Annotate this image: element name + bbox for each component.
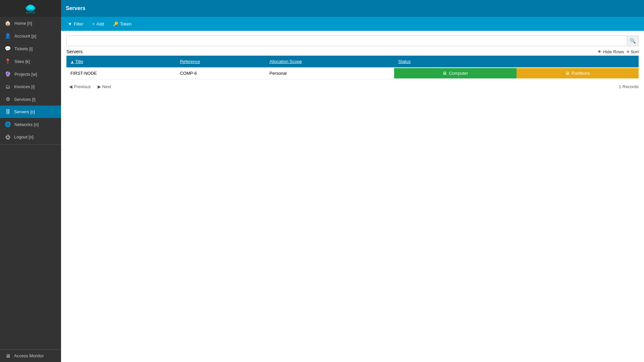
page-title: Servers (66, 5, 86, 11)
token-label: Token (120, 21, 132, 26)
next-button[interactable]: ▶ Next (95, 83, 114, 90)
sidebar-item-tickets[interactable]: 💬 Tickets [i] (0, 42, 61, 55)
sidebar-divider (0, 144, 61, 145)
sidebar: SLAPOS 🏠 Home [h] 👤 Account [p] 💬 Ticket… (0, 0, 61, 362)
logo-area: SLAPOS (0, 0, 61, 17)
filter-label: Filter (74, 21, 84, 26)
sidebar-item-networks[interactable]: 🌐 Networks [n] (0, 118, 61, 131)
col-reference: Reference (176, 56, 265, 67)
token-icon: 🔑 (113, 21, 118, 26)
sidebar-item-servers-label: Servers [c] (14, 109, 35, 114)
sidebar-item-projects[interactable]: 🔮 Projects [w] (0, 68, 61, 80)
token-button[interactable]: 🔑 Token (110, 20, 135, 28)
table-row: FIRST-NODE COMP-6 Personal 🖥 Computer 🖥 … (66, 67, 639, 79)
partitions-icon: 🖥 (565, 71, 570, 76)
col-allocation-scope: Allocation Scope (265, 56, 394, 67)
account-icon: 👤 (5, 33, 11, 39)
cell-allocation-scope: Personal (265, 67, 394, 79)
sort-icon: ≡ (627, 49, 630, 54)
sidebar-item-services-label: Services [l] (14, 97, 36, 102)
table-controls: Servers 👁 Hide Rows ≡ Sort (66, 49, 639, 54)
add-label: Add (96, 21, 104, 26)
sidebar-item-sites-label: Sites [k] (14, 59, 30, 64)
sidebar-item-tickets-label: Tickets [i] (14, 46, 33, 51)
sidebar-item-home[interactable]: 🏠 Home [h] (0, 17, 61, 29)
access-monitor-item[interactable]: 🖥 Access Monitor (0, 349, 61, 362)
sidebar-item-invoices-label: Invoices [i] (14, 84, 35, 89)
tickets-icon: 💬 (5, 46, 11, 52)
sidebar-item-account-label: Account [p] (14, 34, 36, 39)
status-buttons: 🖥 Computer 🖥 Partitions (394, 68, 639, 78)
next-label: Next (102, 84, 111, 89)
table-label: Servers (66, 49, 83, 54)
computer-icon: 🖥 (442, 71, 447, 76)
col-status: Status (394, 56, 639, 67)
monitor-icon: 🖥 (5, 353, 11, 359)
sidebar-item-projects-label: Projects [w] (14, 72, 37, 77)
services-icon: ⚙ (5, 96, 11, 102)
records-count: 1 Records (619, 84, 639, 89)
computer-label: Computer (449, 71, 468, 76)
cell-status: 🖥 Computer 🖥 Partitions (394, 67, 639, 79)
sidebar-item-logout-label: Logout [o] (14, 134, 34, 139)
eye-icon: 👁 (597, 49, 602, 54)
servers-icon: 🗄 (5, 109, 11, 115)
cell-reference: COMP-6 (176, 67, 265, 79)
pagination: ◀ Previous ▶ Next 1 Records (66, 83, 639, 90)
sort-label: Sort (631, 49, 639, 54)
add-button[interactable]: + Add (89, 20, 108, 28)
nav-items: 🏠 Home [h] 👤 Account [p] 💬 Tickets [i] 📍… (0, 17, 61, 143)
reference-sort-link[interactable]: Reference (180, 59, 200, 64)
svg-text:SLAPOS: SLAPOS (26, 11, 35, 14)
col-title: ▲Title (66, 56, 176, 67)
hide-rows-label: Hide Rows (603, 49, 624, 54)
servers-table: ▲Title Reference Allocation Scope Status (66, 56, 639, 79)
title-sort-link[interactable]: ▲Title (70, 59, 83, 64)
sidebar-item-networks-label: Networks [n] (14, 122, 39, 127)
projects-icon: 🔮 (5, 71, 11, 77)
access-monitor-label: Access Monitor (14, 353, 44, 358)
sidebar-item-services[interactable]: ⚙ Services [l] (0, 93, 61, 106)
logout-icon: ⏻ (5, 134, 11, 140)
sidebar-item-account[interactable]: 👤 Account [p] (0, 29, 61, 42)
table-header-row: ▲Title Reference Allocation Scope Status (66, 56, 639, 67)
main-content: Servers ▼ Filter + Add 🔑 Token 🔍 Servers (61, 0, 644, 362)
invoices-icon: 🗂 (5, 84, 11, 89)
previous-label: Previous (74, 84, 91, 89)
filter-icon: ▼ (68, 21, 72, 26)
sidebar-item-invoices[interactable]: 🗂 Invoices [i] (0, 80, 61, 93)
search-row: 🔍 (66, 36, 639, 46)
previous-icon: ◀ (69, 84, 72, 89)
add-icon: + (92, 21, 95, 26)
search-icon: 🔍 (630, 38, 636, 44)
allocation-scope-sort-link[interactable]: Allocation Scope (269, 59, 302, 64)
sidebar-item-sites[interactable]: 📍 Sites [k] (0, 55, 61, 68)
computer-button[interactable]: 🖥 Computer (394, 68, 516, 78)
content-area: 🔍 Servers 👁 Hide Rows ≡ Sort (61, 31, 644, 362)
cell-title: FIRST-NODE (66, 67, 176, 79)
svg-point-3 (27, 5, 34, 9)
partitions-label: Partitions (572, 71, 590, 76)
search-button[interactable]: 🔍 (627, 36, 639, 46)
pagination-buttons: ◀ Previous ▶ Next (66, 83, 114, 90)
sort-button[interactable]: ≡ Sort (627, 49, 639, 54)
toolbar: ▼ Filter + Add 🔑 Token (61, 17, 644, 31)
networks-icon: 🌐 (5, 121, 11, 127)
status-sort-link[interactable]: Status (398, 59, 411, 64)
table-ctrl-buttons: 👁 Hide Rows ≡ Sort (597, 49, 639, 54)
hide-rows-button[interactable]: 👁 Hide Rows (597, 49, 624, 54)
sites-icon: 📍 (5, 58, 11, 64)
search-input[interactable] (66, 36, 627, 46)
sidebar-item-logout[interactable]: ⏻ Logout [o] (0, 131, 61, 143)
partitions-button[interactable]: 🖥 Partitions (517, 68, 639, 78)
home-icon: 🏠 (5, 20, 11, 26)
app-logo: SLAPOS (24, 1, 37, 15)
next-icon: ▶ (98, 84, 101, 89)
sidebar-item-home-label: Home [h] (14, 21, 32, 26)
filter-button[interactable]: ▼ Filter (64, 20, 87, 28)
sort-up-icon: ▲ (70, 60, 74, 64)
topbar: Servers (61, 0, 644, 17)
sidebar-item-servers[interactable]: 🗄 Servers [c] (0, 106, 61, 118)
previous-button[interactable]: ◀ Previous (66, 83, 94, 90)
